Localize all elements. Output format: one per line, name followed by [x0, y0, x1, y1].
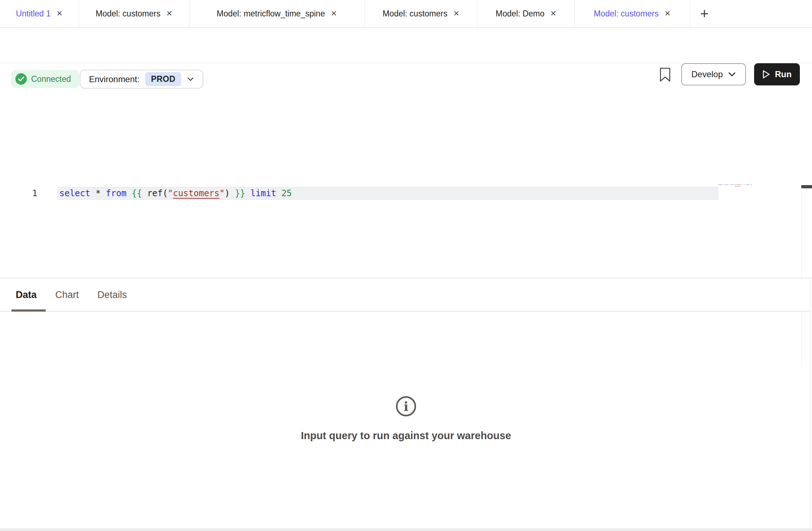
info-icon: i — [395, 395, 417, 418]
tab-model-customers-2[interactable]: Model: customers ✕ — [365, 0, 478, 27]
tab-label: Model: customers — [95, 9, 160, 19]
close-icon[interactable]: ✕ — [550, 10, 557, 18]
tab-chart[interactable]: Chart — [55, 289, 79, 301]
results-panel-header: Data Chart Details — [0, 278, 812, 312]
close-icon[interactable]: ✕ — [453, 10, 460, 18]
connection-status-badge: Connected — [11, 70, 79, 88]
close-icon[interactable]: ✕ — [56, 10, 63, 18]
add-tab-button[interactable]: + — [690, 0, 719, 27]
bottom-edge-strip — [0, 528, 812, 531]
environment-selector[interactable]: Environment: PROD — [80, 70, 203, 89]
active-tab-underline — [11, 309, 46, 312]
svg-text:i: i — [403, 399, 409, 414]
tab-model-customers-1[interactable]: Model: customers ✕ — [79, 0, 189, 27]
tab-data[interactable]: Data — [16, 289, 37, 301]
ide-window: Untitled 1 ✕ Model: customers ✕ Model: m… — [0, 0, 812, 531]
toolbar: Develop Run — [0, 29, 812, 63]
run-button[interactable]: Run — [754, 63, 800, 85]
tab-label: Model: metricflow_time_spine — [217, 9, 325, 19]
environment-label: Environment: — [89, 74, 139, 84]
results-empty-state: i Input query to run against your wareho… — [0, 395, 812, 442]
tab-label: Untitled 1 — [16, 9, 51, 19]
line-number: 1 — [32, 187, 37, 200]
code-line[interactable]: select * from {{ ref("customers") }} lim… — [59, 187, 292, 200]
develop-label: Develop — [691, 69, 723, 79]
play-icon — [762, 70, 770, 79]
tab-label: Model: Demo — [496, 9, 545, 19]
close-icon[interactable]: ✕ — [664, 10, 671, 18]
close-icon[interactable]: ✕ — [166, 10, 173, 18]
tab-model-metricflow-time-spine[interactable]: Model: metricflow_time_spine ✕ — [189, 0, 365, 27]
editor-tab-bar: Untitled 1 ✕ Model: customers ✕ Model: m… — [0, 0, 812, 28]
plus-icon: + — [700, 6, 708, 22]
tab-details[interactable]: Details — [98, 289, 127, 301]
empty-state-message: Input query to run against your warehous… — [301, 430, 511, 442]
editor-minimap[interactable]: select * from {{ ref("customers") }} lim… — [718, 184, 752, 187]
tab-label: Model: customers — [594, 9, 659, 19]
check-circle-icon — [15, 73, 27, 85]
editor-scrollbar-thumb[interactable] — [801, 185, 812, 188]
code-editor[interactable]: 1 select * from {{ ref("customers") }} l… — [0, 89, 812, 278]
tab-label: Model: customers — [382, 9, 447, 19]
results-tabs: Data Chart Details — [16, 278, 127, 312]
tab-model-demo[interactable]: Model: Demo ✕ — [478, 0, 575, 27]
bookmark-icon[interactable] — [659, 67, 671, 84]
tab-model-customers-3[interactable]: Model: customers ✕ — [575, 0, 690, 27]
environment-value-badge: PROD — [145, 72, 181, 86]
chevron-down-icon — [728, 72, 736, 77]
close-icon[interactable]: ✕ — [331, 10, 337, 18]
connection-status-label: Connected — [31, 74, 71, 84]
tab-untitled-1[interactable]: Untitled 1 ✕ — [0, 0, 79, 27]
develop-menu-button[interactable]: Develop — [681, 63, 746, 85]
run-label: Run — [775, 69, 792, 79]
chevron-down-icon — [187, 77, 194, 81]
